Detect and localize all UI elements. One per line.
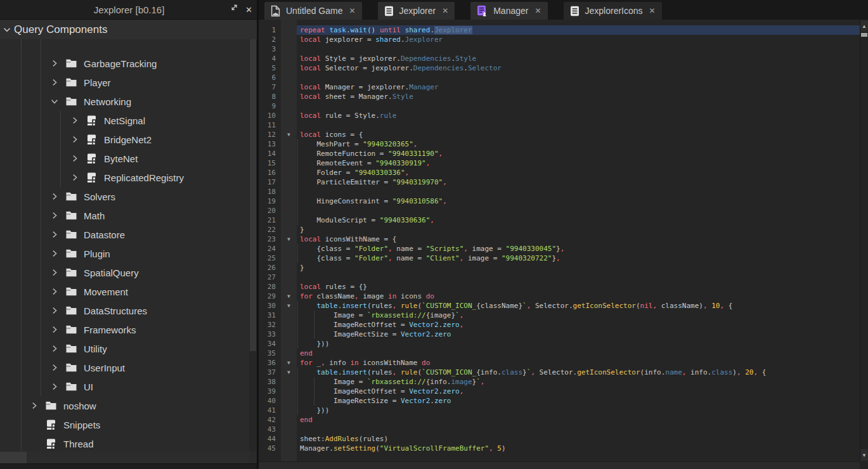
- line-number[interactable]: 22: [259, 225, 281, 234]
- tab-untitled-game[interactable]: Untitled Game✕: [264, 2, 362, 20]
- code-line[interactable]: 27: [259, 273, 860, 282]
- scroll-up-button[interactable]: ▲: [860, 20, 868, 32]
- line-number[interactable]: 45: [259, 444, 281, 453]
- chevron-right-icon[interactable]: [46, 263, 63, 282]
- code-line[interactable]: 12▼local icons = {: [259, 130, 860, 139]
- chevron-right-icon[interactable]: [46, 282, 63, 301]
- line-number[interactable]: 31: [259, 311, 281, 320]
- code-line[interactable]: 18: [259, 187, 860, 196]
- code-line[interactable]: 14 RemoteFunction = "9940331190",: [259, 149, 860, 158]
- tab-close-icon[interactable]: ✕: [349, 6, 355, 15]
- line-number[interactable]: 19: [259, 196, 281, 206]
- code-line[interactable]: 29▼for className, image in icons do: [259, 292, 860, 301]
- tree-vertical-scroll-thumb[interactable]: [250, 39, 256, 351]
- tab-close-icon[interactable]: ✕: [442, 6, 448, 15]
- editor-vertical-scroll-thumb[interactable]: [861, 33, 867, 37]
- code-line[interactable]: 25 {class = "Folder", name = "Client", i…: [259, 254, 860, 263]
- code-line[interactable]: 23▼local iconsWithName = {: [259, 234, 860, 244]
- line-number[interactable]: 10: [259, 111, 281, 120]
- fold-arrow-icon[interactable]: ▼: [281, 358, 297, 368]
- tree-item-thread[interactable]: Thread: [0, 434, 249, 451]
- line-number[interactable]: 32: [259, 320, 281, 330]
- query-components-header[interactable]: Query Components: [0, 20, 257, 40]
- chevron-down-icon[interactable]: [46, 92, 63, 111]
- chevron-right-icon[interactable]: [46, 339, 63, 358]
- line-number[interactable]: 43: [259, 425, 281, 434]
- code-line[interactable]: 41 })): [259, 406, 860, 415]
- tree-item-plugin[interactable]: Plugin: [0, 244, 249, 263]
- code-line[interactable]: 28local rules = {}: [259, 282, 860, 292]
- tree-item-userinput[interactable]: UserInput: [0, 358, 249, 377]
- tree-item-netsignal[interactable]: NetSignal: [0, 111, 249, 130]
- line-number[interactable]: 21: [259, 215, 281, 225]
- tree-vertical-scrollbar[interactable]: [249, 39, 257, 451]
- line-number[interactable]: 36: [259, 358, 281, 368]
- editor-vertical-scrollbar[interactable]: ▲ ▼: [860, 20, 868, 461]
- chevron-right-icon[interactable]: [46, 301, 63, 320]
- line-number[interactable]: 34: [259, 339, 281, 349]
- tree-item-bytenet[interactable]: ByteNet: [0, 149, 249, 168]
- code-line[interactable]: 2local jexplorer = shared.Jexplorer: [259, 35, 860, 44]
- chevron-right-icon[interactable]: [67, 149, 83, 168]
- line-number[interactable]: 13: [259, 139, 281, 149]
- line-number[interactable]: 16: [259, 168, 281, 177]
- tree-item-solvers[interactable]: Solvers: [0, 187, 249, 206]
- code-line[interactable]: 13 MeshPart = "9940320365",: [259, 139, 860, 149]
- code-line[interactable]: 4local Style = jexplorer.Dependencies.St…: [259, 54, 860, 63]
- code-line[interactable]: 6: [259, 73, 860, 82]
- code-line[interactable]: 15 RemoteEvent = "9940330919",: [259, 158, 860, 168]
- line-number[interactable]: 25: [259, 254, 281, 263]
- editor-horizontal-scrollbar[interactable]: [259, 461, 860, 469]
- line-number[interactable]: 5: [259, 63, 281, 73]
- tree-item-datastructures[interactable]: DataStructures: [0, 301, 249, 320]
- tree-horizontal-scrollbar[interactable]: [0, 451, 249, 464]
- code-line[interactable]: 8local sheet = Manager.Style: [259, 92, 860, 101]
- code-line[interactable]: 36▼for _, info in iconsWithName do: [259, 358, 860, 368]
- code-line[interactable]: 1repeat task.wait() until shared.Jexplor…: [259, 25, 860, 35]
- code-line[interactable]: 3: [259, 44, 860, 54]
- tree-item-spatialquery[interactable]: SpatialQuery: [0, 263, 249, 282]
- code-line[interactable]: 45Manager.setSetting("VirtualScrollFrame…: [259, 444, 860, 453]
- code-line[interactable]: 30▼ table.insert(rules, rule(`CUSTOM_ICO…: [259, 301, 860, 311]
- fold-arrow-icon[interactable]: ▼: [281, 130, 297, 139]
- chevron-right-icon[interactable]: [46, 358, 63, 377]
- code-line[interactable]: 21 ModuleScript = "9940330636",: [259, 215, 860, 225]
- float-window-button[interactable]: [225, 2, 241, 17]
- tree-item-noshow[interactable]: noshow: [0, 396, 249, 415]
- line-number[interactable]: 12: [259, 130, 281, 139]
- chevron-right-icon[interactable]: [46, 206, 63, 225]
- line-number[interactable]: 26: [259, 263, 281, 273]
- chevron-right-icon[interactable]: [67, 130, 83, 149]
- code-line[interactable]: 42end: [259, 415, 860, 425]
- line-number[interactable]: 23: [259, 234, 281, 244]
- tree-item-datastore[interactable]: Datastore: [0, 225, 249, 244]
- code-line[interactable]: 31 Image = `rbxassetid://{image}`,: [259, 311, 860, 320]
- code-line[interactable]: 39 ImageRectOffset = Vector2.zero,: [259, 387, 860, 396]
- tree-item-ui[interactable]: UI: [0, 377, 249, 396]
- line-number[interactable]: 33: [259, 330, 281, 339]
- code-line[interactable]: 44sheet:AddRules(rules): [259, 434, 860, 444]
- tab-jexplorericons[interactable]: JexplorerIcons✕: [564, 2, 662, 20]
- code-line[interactable]: 43: [259, 425, 860, 434]
- tree-item-garbagetracking[interactable]: GarbageTracking: [0, 54, 249, 73]
- code-line[interactable]: 37▼ table.insert(rules, rule(`CUSTOM_ICO…: [259, 368, 860, 377]
- line-number[interactable]: 18: [259, 187, 281, 196]
- line-number[interactable]: 30: [259, 301, 281, 311]
- code-line[interactable]: 20: [259, 206, 860, 215]
- line-number[interactable]: 39: [259, 387, 281, 396]
- chevron-right-icon[interactable]: [46, 244, 63, 263]
- line-number[interactable]: 28: [259, 282, 281, 292]
- code-line[interactable]: 35end: [259, 349, 860, 358]
- chevron-right-icon[interactable]: [46, 320, 63, 339]
- panel-close-button[interactable]: ✕: [241, 2, 257, 17]
- chevron-right-icon[interactable]: [26, 396, 42, 415]
- line-number[interactable]: 15: [259, 158, 281, 168]
- code-line[interactable]: 34 })): [259, 339, 860, 349]
- line-number[interactable]: 44: [259, 434, 281, 444]
- code-line[interactable]: 22}: [259, 225, 860, 234]
- line-number[interactable]: 29: [259, 292, 281, 301]
- tree-item-bridgenet2[interactable]: BridgeNet2: [0, 130, 249, 149]
- tree-item-movement[interactable]: Movement: [0, 282, 249, 301]
- chevron-right-icon[interactable]: [46, 187, 63, 206]
- chevron-right-icon[interactable]: [46, 377, 63, 396]
